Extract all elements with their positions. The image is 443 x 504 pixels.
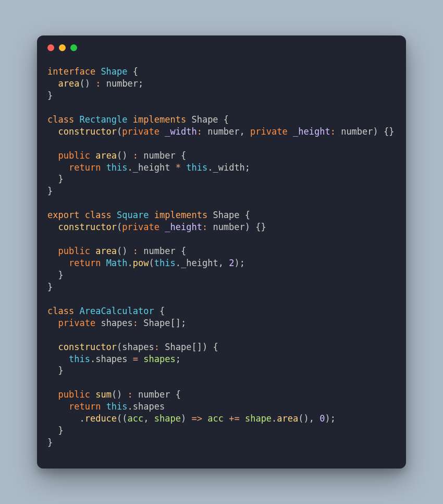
code-token — [138, 354, 143, 364]
code-token: ; — [176, 354, 181, 364]
code-token — [47, 413, 79, 424]
window-titlebar — [37, 35, 406, 54]
code-token — [47, 258, 69, 268]
code-token — [245, 126, 250, 137]
code-token: ( — [117, 222, 122, 232]
code-token — [47, 401, 69, 412]
code-token: {} — [255, 222, 266, 232]
minimize-icon[interactable] — [59, 44, 66, 51]
code-token — [207, 210, 213, 220]
code-token — [47, 342, 58, 352]
code-token: shapes — [122, 342, 154, 352]
code-token — [101, 258, 106, 268]
code-line: export class Square implements Shape { — [47, 210, 250, 220]
code-token: shape — [245, 413, 272, 424]
code-token: _height — [165, 222, 202, 232]
code-token: private — [122, 222, 159, 232]
code-token: public — [58, 389, 90, 400]
code-token: Shape — [213, 210, 239, 220]
code-line: public sum() : number { — [47, 389, 181, 400]
code-token: public — [58, 246, 90, 256]
code-token: (( — [117, 413, 127, 424]
code-token: } — [47, 282, 53, 292]
code-token: , — [143, 413, 149, 424]
code-token: this — [69, 354, 90, 364]
code-token — [112, 210, 117, 220]
code-token — [250, 222, 255, 232]
code-token — [159, 126, 165, 137]
code-line: this.shapes = shapes; — [47, 354, 181, 364]
code-token — [90, 150, 95, 161]
code-token — [47, 365, 58, 376]
code-token: () — [117, 150, 127, 161]
code-token — [224, 413, 229, 424]
code-token: () — [79, 78, 90, 89]
code-token — [176, 150, 181, 161]
code-token: } — [58, 425, 63, 436]
code-token — [90, 78, 95, 89]
code-token — [95, 66, 101, 77]
code-token: area — [95, 246, 117, 256]
code-token: { — [159, 306, 165, 316]
code-token: private — [58, 318, 95, 328]
zoom-icon[interactable] — [70, 44, 77, 51]
code-token: this — [186, 162, 207, 173]
code-line: constructor(shapes: Shape[]) { — [47, 342, 218, 352]
code-token: _height — [133, 162, 170, 173]
code-token — [154, 306, 159, 316]
code-token: this — [154, 258, 176, 268]
code-line: constructor(private _height: number) {} — [47, 222, 266, 232]
code-line: constructor(private _width: number, priv… — [47, 126, 395, 137]
code-token — [159, 222, 165, 232]
code-line: } — [47, 174, 64, 184]
code-token — [186, 114, 191, 125]
code-token: {} — [384, 126, 394, 137]
code-token: += — [229, 413, 239, 424]
code-token — [47, 126, 58, 137]
close-icon[interactable] — [47, 44, 54, 51]
code-token: : — [133, 318, 138, 328]
code-token: Shape — [191, 114, 218, 125]
code-token — [128, 354, 133, 364]
code-token — [128, 114, 133, 125]
code-token — [47, 246, 58, 256]
code-token — [138, 318, 143, 328]
code-token — [90, 246, 95, 256]
code-token — [122, 389, 127, 400]
code-token — [170, 162, 175, 173]
code-token — [133, 389, 138, 400]
code-token: * — [176, 162, 181, 173]
code-token: acc — [207, 413, 224, 424]
code-line: private shapes: Shape[]; — [47, 318, 186, 328]
code-token — [47, 425, 58, 436]
code-line: } — [47, 365, 64, 376]
code-token: () — [298, 413, 309, 424]
code-token: : — [197, 126, 202, 137]
code-token — [138, 246, 143, 256]
code-token: public — [58, 150, 90, 161]
code-token: number — [213, 222, 244, 232]
code-token: shape — [154, 413, 181, 424]
code-token: Square — [117, 210, 149, 220]
code-line: } — [47, 437, 53, 448]
code-token — [207, 342, 213, 352]
code-token — [101, 401, 106, 412]
code-token — [149, 210, 154, 220]
code-token — [128, 246, 133, 256]
code-token: shapes — [133, 401, 165, 412]
code-token: number — [143, 246, 175, 256]
code-token: { — [181, 150, 186, 161]
code-line: class AreaCalculator { — [47, 306, 165, 316]
code-token: area — [58, 78, 79, 89]
code-line: area() : number; — [47, 78, 143, 89]
code-token — [240, 413, 245, 424]
code-token — [47, 389, 58, 400]
code-token: number — [138, 389, 170, 400]
code-token: . — [272, 413, 277, 424]
code-token: ( — [117, 342, 122, 352]
code-token: shapes — [95, 354, 127, 364]
code-token: this — [106, 162, 128, 173]
code-token: { — [133, 66, 138, 77]
code-token: { — [176, 389, 181, 400]
code-token: () — [117, 246, 127, 256]
